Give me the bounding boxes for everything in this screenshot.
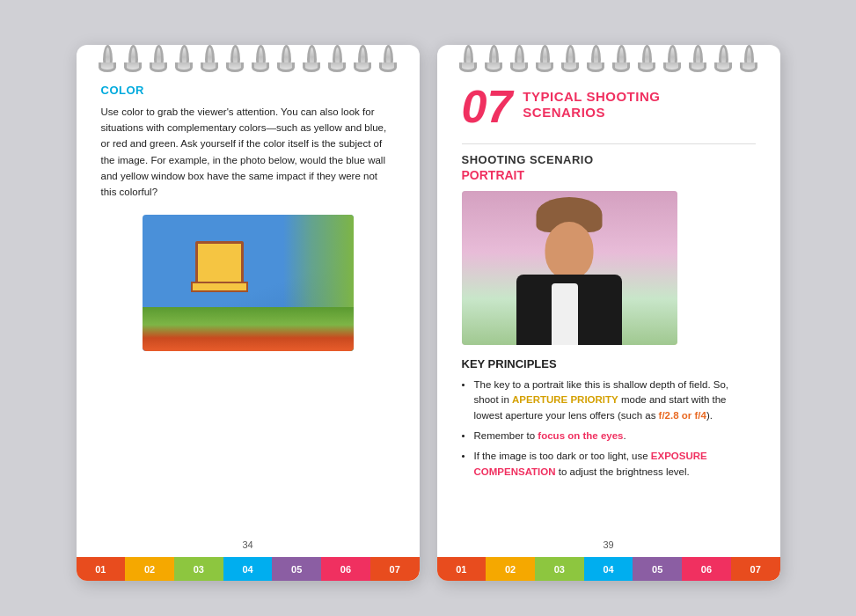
spiral-coil	[384, 45, 393, 70]
spiral-coil	[205, 45, 215, 70]
spiral-coil	[566, 45, 575, 70]
spiral-coil	[179, 45, 189, 70]
bullet-item-1: The key to a portrait like this is shall…	[462, 378, 756, 424]
left-book-content: COLOR Use color to grab the viewer's att…	[77, 68, 420, 534]
tab-01-left[interactable]: 01	[77, 557, 126, 581]
chapter-number: 07	[462, 84, 513, 129]
scenario-type: PORTRAIT	[462, 168, 756, 182]
jacket-white-stripe	[552, 283, 578, 345]
key-principles-title: KEY PRINCIPLES	[462, 357, 756, 370]
bullet-item-2: Remember to focus on the eyes.	[462, 429, 756, 444]
exposure-compensation-highlight: EXPOSURE COMPENSATION	[474, 451, 707, 477]
house-photo	[143, 215, 354, 351]
aperture-priority-highlight: APERTURE PRIORITY	[512, 394, 618, 405]
tab-04-right[interactable]: 04	[584, 557, 633, 581]
divider	[462, 143, 756, 144]
spiral-coil	[617, 45, 626, 70]
tab-05-right[interactable]: 05	[633, 557, 682, 581]
tab-06-left[interactable]: 06	[321, 557, 370, 581]
section-title: COLOR	[101, 84, 395, 97]
spiral-coil	[256, 45, 266, 70]
tab-04-left[interactable]: 04	[223, 557, 273, 581]
chapter-title-line2: SCENARIOS	[523, 105, 605, 120]
spiral-coil	[540, 45, 550, 70]
body-text: Use color to grab the viewer's attention…	[101, 104, 395, 201]
spiral-coil	[693, 45, 703, 70]
spiral-coil	[489, 45, 499, 70]
spiral-coil	[128, 45, 138, 70]
tab-07-right[interactable]: 07	[731, 557, 780, 581]
left-page-number: 34	[77, 534, 420, 557]
flowers	[143, 307, 354, 351]
tab-01-right[interactable]: 01	[437, 557, 487, 581]
spiral-coil	[154, 45, 164, 70]
tab-06-right[interactable]: 06	[682, 557, 731, 581]
scenario-label: SHOOTING SCENARIO	[462, 153, 756, 166]
tab-02-left[interactable]: 02	[125, 557, 174, 581]
spiral-coil	[744, 45, 754, 70]
spiral-coil	[464, 45, 473, 70]
focus-eyes-highlight: focus on the eyes	[538, 430, 623, 441]
fstop-highlight: f/2.8 or f/4	[659, 410, 706, 421]
spiral-coil	[358, 45, 368, 70]
left-spiral	[77, 45, 420, 70]
right-page-number: 39	[437, 534, 780, 557]
left-book: COLOR Use color to grab the viewer's att…	[77, 45, 420, 581]
house-bg	[143, 215, 354, 351]
spiral-coil	[282, 45, 291, 70]
head	[545, 222, 594, 279]
right-tab-bar: 01 02 03 04 05 06 07	[437, 557, 780, 581]
books-container: COLOR Use color to grab the viewer's att…	[77, 36, 780, 581]
spiral-coil	[103, 45, 113, 70]
spiral-coil	[668, 45, 677, 70]
spiral-coil	[591, 45, 601, 70]
right-spiral	[437, 45, 780, 70]
left-tab-bar: 01 02 03 04 05 06 07	[77, 557, 420, 581]
chapter-title-line1: TYPICAL SHOOTING	[523, 89, 660, 104]
bullet-item-3: If the image is too dark or too light, u…	[462, 449, 756, 480]
spiral-coil	[307, 45, 317, 70]
window	[195, 241, 244, 285]
window-sill	[191, 282, 248, 292]
portrait-photo	[462, 191, 677, 345]
chapter-title: TYPICAL SHOOTING SCENARIOS	[523, 89, 660, 122]
spiral-coil	[230, 45, 240, 70]
spiral-coil	[719, 45, 728, 70]
right-book-content: 07 TYPICAL SHOOTING SCENARIOS SHOOTING S…	[437, 68, 780, 534]
spiral-coil	[333, 45, 342, 70]
tab-03-right[interactable]: 03	[535, 557, 584, 581]
tab-07-left[interactable]: 07	[370, 557, 420, 581]
tab-05-left[interactable]: 05	[272, 557, 321, 581]
spiral-coil	[515, 45, 524, 70]
right-book: 07 TYPICAL SHOOTING SCENARIOS SHOOTING S…	[437, 45, 780, 581]
tab-03-left[interactable]: 03	[174, 557, 223, 581]
spiral-coil	[642, 45, 652, 70]
bullet-list: The key to a portrait like this is shall…	[462, 378, 756, 480]
chapter-header: 07 TYPICAL SHOOTING SCENARIOS	[462, 84, 756, 129]
tab-02-right[interactable]: 02	[486, 557, 535, 581]
